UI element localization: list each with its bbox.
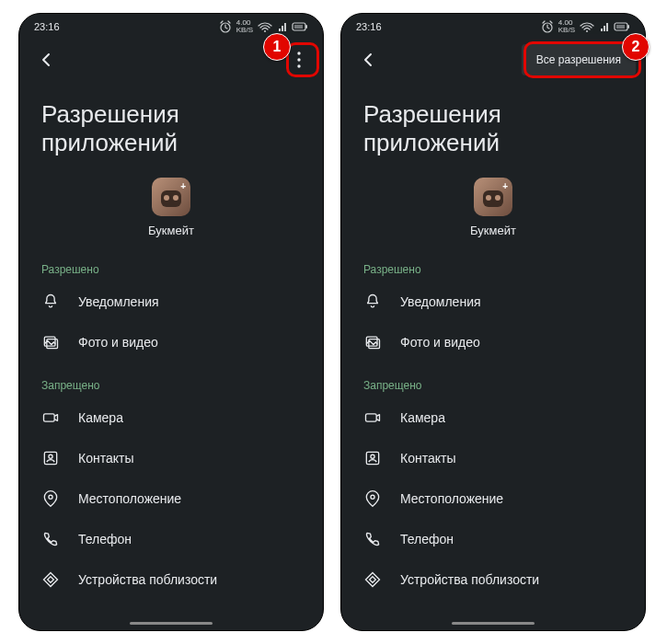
permission-label: Телефон (78, 532, 132, 546)
contacts-icon (41, 449, 60, 467)
status-bar: 23:16 4.00KB/S (341, 14, 645, 40)
permission-label: Устройства поблизости (78, 572, 217, 587)
permission-item-bell[interactable]: Уведомления (19, 282, 323, 322)
permission-label: Контакты (400, 451, 455, 466)
wifi-icon (257, 20, 273, 33)
alarm-icon (218, 19, 233, 34)
permission-label: Местоположение (78, 491, 181, 506)
permission-label: Устройства поблизости (400, 572, 539, 587)
permission-item-phone[interactable]: Телефон (341, 519, 645, 559)
status-icons: 4.00KB/S (218, 19, 308, 34)
wifi-icon (579, 20, 595, 33)
page-title: Разрешения приложений (19, 80, 323, 167)
permission-label: Фото и видео (400, 335, 480, 350)
permission-label: Уведомления (400, 294, 481, 309)
permission-item-camera[interactable]: Камера (19, 397, 323, 438)
location-icon (363, 489, 382, 508)
app-icon: + (152, 178, 190, 216)
battery-icon (292, 19, 308, 34)
permission-item-location[interactable]: Местоположение (19, 478, 323, 519)
bell-icon (41, 293, 60, 311)
home-indicator (130, 622, 213, 625)
nearby-icon (363, 570, 382, 589)
permission-item-photo[interactable]: Фото и видео (19, 322, 323, 362)
app-name: Букмейт (148, 224, 194, 237)
nearby-icon (41, 570, 60, 589)
signal-icon (277, 20, 288, 33)
permission-item-contacts[interactable]: Контакты (19, 438, 323, 478)
back-arrow-icon (36, 49, 58, 71)
app-name: Букмейт (470, 224, 516, 237)
permission-item-location[interactable]: Местоположение (341, 478, 645, 519)
permission-item-photo[interactable]: Фото и видео (341, 322, 645, 362)
permission-label: Телефон (400, 532, 454, 546)
more-vert-icon (288, 49, 310, 71)
bell-icon (363, 293, 382, 311)
top-app-bar: Все разрешения (341, 40, 645, 80)
permission-label: Уведомления (78, 294, 159, 309)
permission-label: Камера (400, 410, 445, 425)
permission-item-camera[interactable]: Камера (341, 397, 645, 438)
section-denied: Запрещено (341, 362, 645, 397)
permission-item-nearby[interactable]: Устройства поблизости (19, 559, 323, 600)
contacts-icon (363, 449, 382, 467)
permission-item-nearby[interactable]: Устройства поблизости (341, 559, 645, 600)
alarm-icon (540, 19, 555, 34)
app-header: + Букмейт (341, 167, 645, 247)
back-arrow-icon (358, 49, 380, 71)
page-title: Разрешения приложений (341, 80, 645, 167)
section-denied: Запрещено (19, 362, 323, 397)
clock: 23:16 (356, 21, 382, 32)
phone-screen-1: 23:16 4.00KB/S Разрешения приложений + Б… (18, 13, 324, 631)
section-allowed: Разрешено (341, 247, 645, 282)
phone-screen-2: 23:16 4.00KB/S Все разрешения Разрешения… (340, 13, 646, 631)
photo-icon (41, 333, 60, 351)
back-button[interactable] (356, 47, 382, 73)
status-icons: 4.00KB/S (540, 19, 630, 34)
app-icon: + (474, 178, 512, 216)
phone-icon (41, 530, 60, 548)
callout-badge-2: 2 (622, 33, 650, 61)
permission-label: Камера (78, 410, 123, 425)
signal-icon (599, 20, 610, 33)
section-allowed: Разрешено (19, 247, 323, 282)
permission-item-bell[interactable]: Уведомления (341, 282, 645, 322)
phone-icon (363, 530, 382, 548)
permission-label: Контакты (78, 451, 133, 466)
photo-icon (363, 333, 382, 351)
camera-icon (363, 408, 382, 427)
permission-item-phone[interactable]: Телефон (19, 519, 323, 559)
permission-label: Фото и видео (78, 335, 158, 350)
battery-icon (614, 19, 630, 34)
permission-item-contacts[interactable]: Контакты (341, 438, 645, 478)
clock: 23:16 (34, 21, 60, 32)
camera-icon (41, 408, 60, 427)
menu-item-all-permissions[interactable]: Все разрешения (522, 44, 636, 75)
app-header: + Букмейт (19, 167, 323, 247)
home-indicator (452, 622, 535, 625)
location-icon (41, 489, 60, 508)
back-button[interactable] (34, 47, 60, 73)
permission-label: Местоположение (400, 491, 503, 506)
callout-badge-1: 1 (263, 33, 291, 61)
